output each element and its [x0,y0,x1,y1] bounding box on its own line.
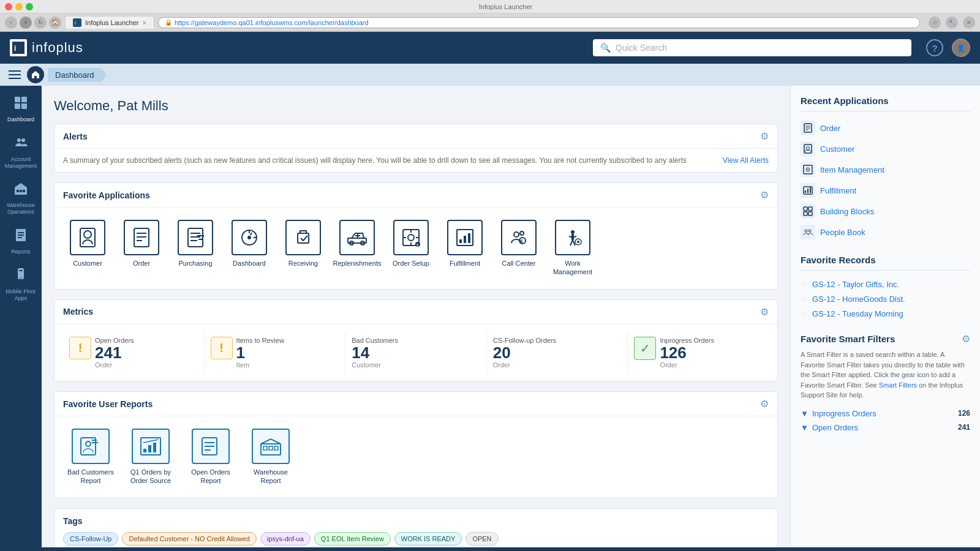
sidebar-item-account[interactable]: Account Management [0,130,42,174]
report-q1-orders[interactable]: Q1 Orders by Order Source [123,424,178,490]
refresh-btn[interactable]: ↻ [34,17,47,29]
home-btn[interactable]: 🏠 [49,17,61,29]
recent-app-link[interactable]: Order [820,124,840,133]
app-customer[interactable]: Customer [63,215,112,282]
metric-sub: Item [236,361,284,369]
smart-filters-gear[interactable]: ⚙ [962,333,970,345]
fulfillment-icon [447,220,483,255]
sidebar-item-reports[interactable]: Reports [0,223,42,260]
alerts-gear-icon[interactable]: ⚙ [760,130,769,142]
filter-inprogress[interactable]: ▼ Inprogress Orders 126 [801,407,970,421]
sidebar-item-label: Dashboard [7,116,34,123]
smart-filters-link[interactable]: Smart Filters [879,381,917,389]
metrics-gear-icon[interactable]: ⚙ [760,306,769,318]
menu-btn[interactable]: ≡ [963,17,975,29]
home-icon-btn[interactable] [27,66,44,83]
metric-cs-followup[interactable]: CS-Follow-up Orders 20 Order [487,332,628,374]
svg-point-63 [577,241,579,243]
search-input[interactable]: Quick Search [616,43,667,53]
mobile-icon [13,268,28,286]
fav-record-3[interactable]: ☆ GS-12 - Tuesday Morning [801,306,970,321]
filter-link[interactable]: Inprogress Orders [812,409,954,418]
app-call-center[interactable]: $ Call Center [494,215,543,282]
recent-app-building-blocks[interactable]: Building Blocks [801,201,970,222]
app-dashboard[interactable]: Dashboard [225,215,274,282]
fav-record-1[interactable]: ☆ GS-12 - Taylor Gifts, Inc. [801,277,970,291]
recent-app-customer[interactable]: Customer [801,138,970,159]
search-bar[interactable]: 🔍 Quick Search [593,39,911,56]
svg-rect-16 [18,234,24,236]
metric-open-orders[interactable]: ! Open Orders 241 Order [63,332,205,374]
recent-app-link[interactable]: Fulfillment [820,186,856,195]
logo-area: i infoplus [10,39,83,56]
filter-open-orders[interactable]: ▼ Open Orders 241 [801,421,970,435]
svg-rect-96 [804,212,807,216]
reports-icon [13,228,28,246]
tag-work-ready[interactable]: WORK IS READY [394,532,462,545]
svg-text:$: $ [521,239,523,243]
help-icon[interactable]: ? [926,39,943,56]
tag-open[interactable]: OPEN [466,532,498,545]
app-label: Dashboard [233,259,266,268]
bookmark-btn[interactable]: ☆ [929,17,941,29]
extensions-btn[interactable]: 🔧 [946,17,958,29]
filter-link[interactable]: Open Orders [812,423,954,432]
fav-record-link[interactable]: GS-12 - Tuesday Morning [812,309,903,318]
mac-fullscreen-btn[interactable] [26,3,33,10]
fav-record-2[interactable]: ☆ GS-12 - HomeGoods Dist. [801,291,970,306]
alerts-body: A summary of your subscribed alerts (suc… [55,149,777,172]
report-open-orders[interactable]: Open Orders Report [183,424,238,490]
app-fulfillment[interactable]: Fulfillment [440,215,489,282]
address-bar[interactable]: 🔒 https://gatewaydemo.qa01.infopluswms.c… [158,17,920,28]
report-bad-customers[interactable]: Bad Customers Report [63,424,118,490]
sidebar-item-dashboard[interactable]: Dashboard [0,91,42,128]
tag-ipsys[interactable]: ipsys-dnf-ua [260,532,311,545]
user-avatar[interactable]: 👤 [952,39,970,57]
app-work-management[interactable]: Work Management [548,215,597,282]
app-replenishments[interactable]: Replenishments [333,215,382,282]
mac-close-btn[interactable] [5,3,12,10]
hamburger-line [9,74,21,75]
tag-defaulted-customer[interactable]: Defaulted Customer - NO Credit Allowed [122,532,256,545]
metric-inprogress[interactable]: ✓ Inprogress Orders 126 Order [628,332,769,374]
tag-q1-eol[interactable]: Q1 EOL Item Review [314,532,391,545]
report-warehouse[interactable]: Warehouse Report [243,424,298,490]
fav-apps-gear-icon[interactable]: ⚙ [760,189,769,201]
recent-app-item-mgmt[interactable]: Item Management [801,159,970,180]
app-purchasing[interactable]: Purchasing [171,215,220,282]
metric-value: 20 [493,344,622,362]
svg-rect-17 [18,237,22,238]
browser-tab[interactable]: i Infoplus Launcher × [65,16,154,29]
tab-close[interactable]: × [142,19,146,26]
sidebar-item-mobile[interactable]: Mobile Floor Apps [0,263,42,307]
recent-app-link[interactable]: Customer [820,144,854,154]
app-receiving[interactable]: Receiving [279,215,328,282]
metric-bad-customers[interactable]: Bad Customers 14 Customer [345,332,487,374]
view-all-alerts-link[interactable]: View All Alerts [723,156,769,165]
recent-app-link[interactable]: Building Blocks [820,207,874,216]
receiving-icon [285,220,321,255]
fav-record-link[interactable]: GS-12 - HomeGoods Dist. [812,294,905,304]
svg-point-86 [807,147,810,150]
metric-label: CS-Follow-up Orders [493,337,622,344]
recent-app-link[interactable]: Item Management [820,165,884,174]
svg-rect-49 [459,239,462,243]
mac-minimize-btn[interactable] [15,3,23,10]
metric-alert: ! Open Orders 241 Order [69,337,198,369]
recent-app-fulfillment[interactable]: Fulfillment [801,180,970,201]
recent-app-people-book[interactable]: People Book [801,222,970,242]
svg-point-52 [514,232,519,237]
forward-btn[interactable]: › [20,17,32,29]
metric-items-review[interactable]: ! Items to Review 1 Item [205,332,346,374]
sidebar-item-warehouse[interactable]: Warehouse Operations [0,176,42,220]
recent-app-order[interactable]: Order [801,118,970,138]
hamburger-menu[interactable] [6,66,23,83]
fav-reports-gear-icon[interactable]: ⚙ [760,398,769,410]
recent-app-link[interactable]: People Book [820,228,865,237]
app-order[interactable]: Order [117,215,166,282]
app-order-setup[interactable]: $ Order Setup [386,215,435,282]
app-label: Receiving [288,259,318,268]
fav-record-link[interactable]: GS-12 - Taylor Gifts, Inc. [812,280,899,289]
tag-cs-followup[interactable]: CS-Follow-Up [63,532,118,545]
back-btn[interactable]: ‹ [5,17,17,29]
